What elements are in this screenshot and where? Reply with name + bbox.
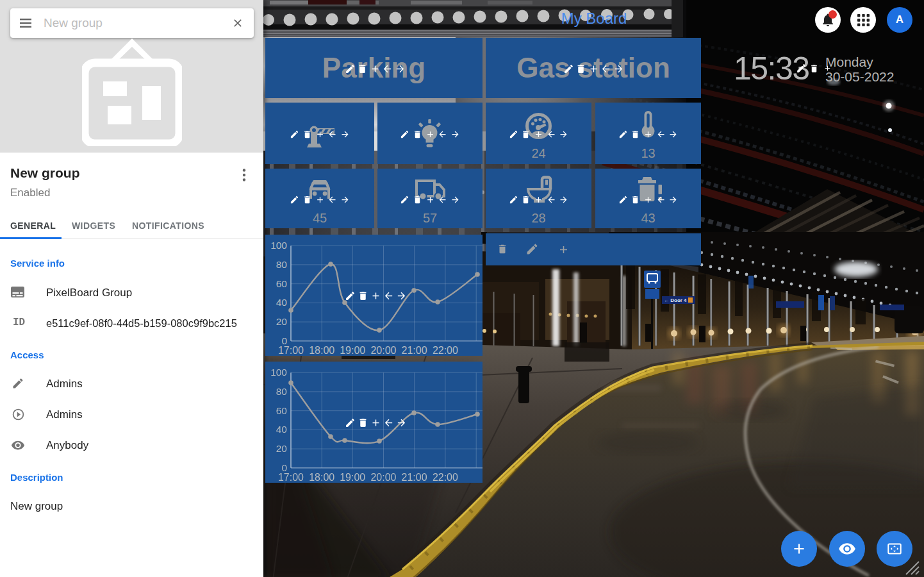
svg-text:20: 20 (276, 316, 288, 327)
svg-text:17:00: 17:00 (278, 472, 304, 483)
svg-text:40: 40 (276, 424, 288, 435)
svg-text:20:00: 20:00 (370, 345, 396, 356)
svg-text:22:00: 22:00 (433, 472, 458, 483)
svg-text:22:00: 22:00 (433, 345, 458, 356)
svg-text:18:00: 18:00 (309, 472, 334, 483)
svg-text:18:00: 18:00 (309, 345, 334, 356)
svg-text:60: 60 (276, 405, 288, 416)
svg-text:100: 100 (270, 240, 287, 251)
svg-text:19:00: 19:00 (340, 345, 365, 356)
svg-text:100: 100 (270, 367, 287, 378)
svg-text:80: 80 (276, 259, 288, 270)
svg-text:80: 80 (276, 386, 288, 397)
svg-text:19:00: 19:00 (340, 472, 365, 483)
svg-text:40: 40 (276, 297, 288, 308)
svg-text:60: 60 (276, 278, 288, 289)
svg-text:21:00: 21:00 (402, 472, 427, 483)
svg-text:← Door 4: ← Door 4 (664, 297, 687, 303)
svg-text:20: 20 (276, 443, 288, 454)
svg-text:17:00: 17:00 (278, 345, 304, 356)
svg-text:20:00: 20:00 (370, 472, 396, 483)
svg-text:21:00: 21:00 (402, 345, 427, 356)
